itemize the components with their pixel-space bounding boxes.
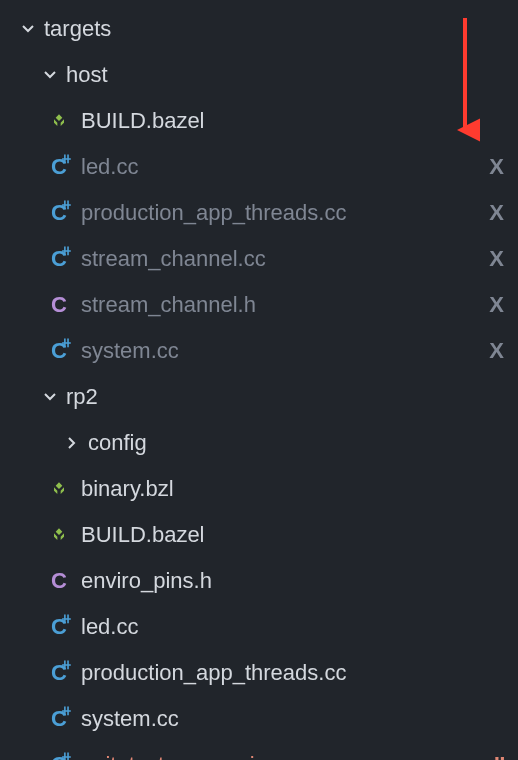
file-label: unit_test_rpc_main.cc	[81, 752, 485, 760]
cpp-icon: C⧺	[47, 753, 71, 760]
status-badge: X	[489, 338, 504, 364]
file-row[interactable]: BUILD.bazel	[0, 512, 518, 558]
chevron-down-icon	[40, 387, 60, 407]
folder-label: rp2	[66, 384, 504, 410]
cpp-icon: C⧺	[47, 201, 71, 225]
file-row[interactable]: C⧺ system.cc X	[0, 328, 518, 374]
cpp-icon: C⧺	[47, 247, 71, 271]
file-label: system.cc	[81, 706, 504, 732]
file-label: stream_channel.h	[81, 292, 481, 318]
folder-targets[interactable]: targets	[0, 6, 518, 52]
folder-label: host	[66, 62, 504, 88]
cpp-icon: C⧺	[47, 155, 71, 179]
folder-host[interactable]: host	[0, 52, 518, 98]
file-label: production_app_threads.cc	[81, 200, 481, 226]
status-badge: X	[489, 246, 504, 272]
file-row[interactable]: C⧺ stream_channel.cc X	[0, 236, 518, 282]
file-label: stream_channel.cc	[81, 246, 481, 272]
cpp-icon: C⧺	[47, 707, 71, 731]
bazel-icon	[47, 109, 71, 133]
file-row[interactable]: C⧺ production_app_threads.cc X	[0, 190, 518, 236]
chevron-right-icon	[62, 433, 82, 453]
file-row[interactable]: C⧺ led.cc	[0, 604, 518, 650]
file-label: led.cc	[81, 154, 481, 180]
cpp-icon: C⧺	[47, 661, 71, 685]
cpp-icon: C⧺	[47, 615, 71, 639]
file-row[interactable]: C⧺ led.cc X	[0, 144, 518, 190]
file-row[interactable]: C stream_channel.h X	[0, 282, 518, 328]
file-label: system.cc	[81, 338, 481, 364]
folder-label: targets	[44, 16, 504, 42]
file-label: BUILD.bazel	[81, 108, 504, 134]
file-row[interactable]: C⧺ production_app_threads.cc	[0, 650, 518, 696]
file-row[interactable]: BUILD.bazel	[0, 98, 518, 144]
bazel-icon	[47, 523, 71, 547]
file-label: led.cc	[81, 614, 504, 640]
status-badge: X	[489, 292, 504, 318]
folder-config[interactable]: config	[0, 420, 518, 466]
file-label: binary.bzl	[81, 476, 504, 502]
file-label: BUILD.bazel	[81, 522, 504, 548]
chevron-down-icon	[18, 19, 38, 39]
chevron-down-icon	[40, 65, 60, 85]
bazel-icon	[47, 477, 71, 501]
status-badge: !!	[493, 752, 504, 760]
file-row[interactable]: C enviro_pins.h	[0, 558, 518, 604]
file-label: enviro_pins.h	[81, 568, 504, 594]
file-row[interactable]: C⧺ system.cc	[0, 696, 518, 742]
file-row[interactable]: C⧺ unit_test_rpc_main.cc !!	[0, 742, 518, 760]
c-header-icon: C	[47, 569, 71, 593]
folder-rp2[interactable]: rp2	[0, 374, 518, 420]
file-label: production_app_threads.cc	[81, 660, 504, 686]
status-badge: X	[489, 154, 504, 180]
c-header-icon: C	[47, 293, 71, 317]
cpp-icon: C⧺	[47, 339, 71, 363]
folder-label: config	[88, 430, 504, 456]
file-row[interactable]: binary.bzl	[0, 466, 518, 512]
status-badge: X	[489, 200, 504, 226]
